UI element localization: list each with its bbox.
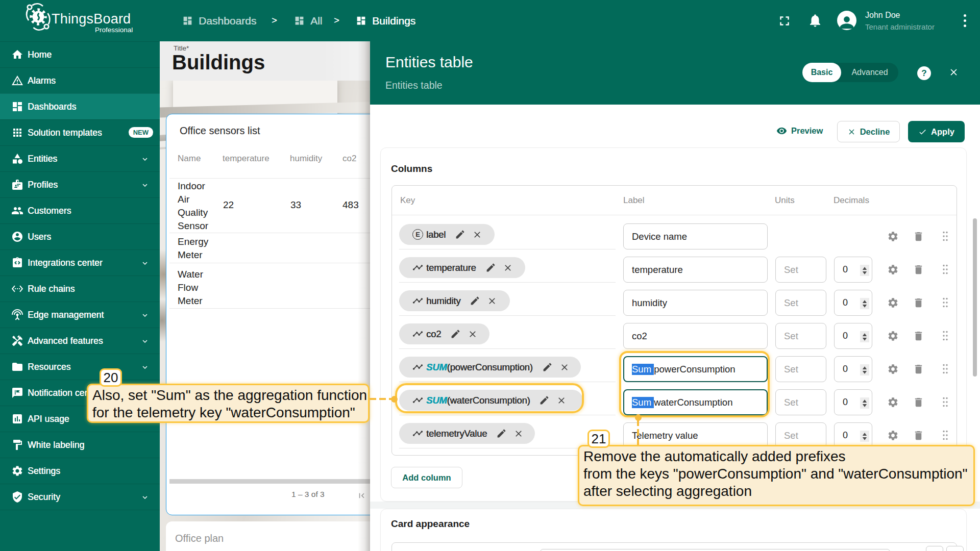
svg-text:Professional: Professional [95, 26, 133, 34]
svg-text:ThingsBoard: ThingsBoard [52, 11, 131, 27]
